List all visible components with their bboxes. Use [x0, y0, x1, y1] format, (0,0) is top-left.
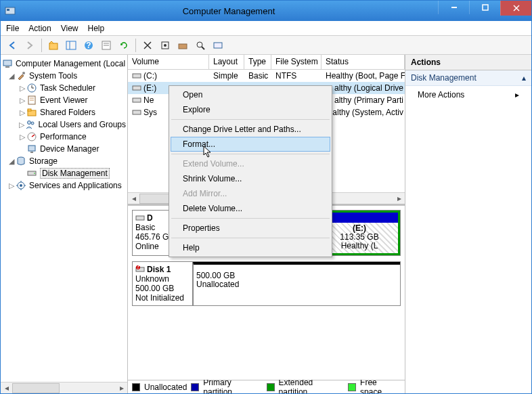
- tree-local-users[interactable]: Local Users and Groups: [39, 120, 126, 129]
- svg-point-17: [197, 42, 202, 47]
- col-layout[interactable]: Layout: [209, 55, 244, 69]
- col-filesystem[interactable]: File System: [271, 55, 322, 69]
- tree-root[interactable]: Computer Management (Local: [16, 59, 125, 68]
- tree-system-tools[interactable]: System Tools: [29, 71, 77, 81]
- svg-rect-1: [7, 9, 9, 11]
- col-volume[interactable]: Volume: [128, 55, 209, 69]
- tool-button-1[interactable]: [140, 38, 155, 53]
- legend-swatch-extended: [267, 383, 275, 391]
- ctx-explore[interactable]: Explore: [171, 102, 330, 117]
- svg-rect-7: [66, 41, 76, 49]
- ctx-change-letter[interactable]: Change Drive Letter and Paths...: [171, 122, 330, 137]
- users-icon: [25, 119, 36, 130]
- expand-icon[interactable]: ▷: [18, 121, 25, 129]
- storage-icon: [16, 156, 26, 167]
- svg-rect-19: [214, 43, 222, 48]
- refresh-button[interactable]: [116, 38, 131, 53]
- svg-rect-47: [133, 86, 141, 90]
- event-icon: [26, 95, 37, 106]
- col-type[interactable]: Type: [244, 55, 271, 69]
- svg-rect-6: [49, 43, 58, 49]
- tool-button-3[interactable]: [175, 38, 190, 53]
- menubar: File Action View Help: [1, 21, 531, 36]
- disk-icon: [135, 213, 145, 223]
- volume-row[interactable]: (C:) Simple Basic NTFS Healthy (Boot, Pa…: [128, 70, 405, 82]
- folder-icon: [26, 107, 37, 118]
- collapse-icon[interactable]: ◢: [7, 72, 16, 81]
- collapse-icon[interactable]: ◢: [7, 157, 16, 166]
- services-icon: [16, 180, 26, 191]
- legend: Unallocated Primary partition Extended p…: [128, 380, 405, 393]
- toolbar: ?: [1, 36, 531, 55]
- tree-shared-folders[interactable]: Shared Folders: [40, 108, 95, 117]
- expand-icon[interactable]: ▷: [18, 108, 26, 117]
- svg-point-22: [22, 72, 25, 74]
- tree-performance[interactable]: Performance: [40, 132, 87, 141]
- tree-device-manager[interactable]: Device Manager: [40, 144, 99, 154]
- ctx-open[interactable]: Open: [171, 87, 330, 102]
- drive-icon: [132, 83, 141, 93]
- actions-more[interactable]: More Actions▸: [405, 86, 531, 104]
- tool-button-4[interactable]: [193, 38, 208, 53]
- menu-view[interactable]: View: [61, 24, 79, 33]
- show-hide-tree-button[interactable]: [64, 38, 79, 53]
- svg-rect-21: [5, 66, 9, 68]
- tree-task-scheduler[interactable]: Task Scheduler: [40, 83, 95, 93]
- disk-info[interactable]: ?Disk 1 Unknown 500.00 GB Not Initialize…: [132, 261, 193, 306]
- svg-point-31: [27, 121, 30, 125]
- minimize-button[interactable]: [438, 1, 469, 14]
- expand-icon[interactable]: ▷: [18, 133, 26, 141]
- ctx-shrink[interactable]: Shrink Volume...: [171, 171, 330, 186]
- back-button[interactable]: [5, 38, 20, 53]
- computer-icon: [2, 58, 13, 69]
- scroll-right-icon[interactable]: ▸: [393, 193, 405, 204]
- actions-header: Actions: [405, 55, 531, 70]
- tool-button-5[interactable]: [210, 38, 225, 53]
- ctx-mirror: Add Mirror...: [171, 186, 330, 201]
- disk-row: ?Disk 1 Unknown 500.00 GB Not Initialize…: [132, 261, 401, 306]
- svg-rect-3: [483, 5, 488, 10]
- tree-event-viewer[interactable]: Event Viewer: [40, 95, 87, 105]
- tree-hscrollbar[interactable]: ◂ ▸: [1, 382, 127, 393]
- svg-rect-36: [30, 152, 33, 153]
- scroll-thumb[interactable]: [12, 383, 60, 393]
- expand-icon[interactable]: ▷: [7, 181, 16, 190]
- svg-text:?: ?: [136, 265, 141, 271]
- menu-help[interactable]: Help: [88, 24, 105, 33]
- help-button[interactable]: ?: [81, 38, 96, 53]
- ctx-delete[interactable]: Delete Volume...: [171, 201, 330, 216]
- ctx-format[interactable]: Format...: [171, 137, 330, 152]
- tree-disk-management[interactable]: Disk Management: [40, 168, 110, 179]
- partition-unallocated[interactable]: 500.00 GB Unallocated: [193, 262, 400, 305]
- svg-rect-30: [28, 109, 31, 111]
- svg-point-15: [164, 44, 167, 47]
- scroll-left-icon[interactable]: ◂: [128, 193, 139, 204]
- legend-swatch-primary: [191, 383, 199, 391]
- close-button[interactable]: [500, 1, 531, 16]
- svg-rect-20: [3, 60, 12, 66]
- ctx-help[interactable]: Help: [171, 240, 330, 255]
- ctx-extend: Extend Volume...: [171, 156, 330, 171]
- tree-services[interactable]: Services and Applications: [29, 181, 122, 190]
- properties-button[interactable]: [99, 38, 114, 53]
- forward-button[interactable]: [22, 38, 37, 53]
- scroll-right-icon[interactable]: ▸: [116, 382, 127, 394]
- menu-file[interactable]: File: [6, 24, 19, 33]
- expand-icon[interactable]: ▷: [18, 96, 26, 105]
- actions-section[interactable]: Disk Management▴: [405, 70, 531, 86]
- tool-button-2[interactable]: [158, 38, 173, 53]
- device-icon: [26, 144, 37, 154]
- tree-storage[interactable]: Storage: [29, 156, 58, 166]
- expand-icon[interactable]: ▷: [18, 84, 26, 93]
- up-button[interactable]: [46, 38, 61, 53]
- col-status[interactable]: Status: [322, 55, 405, 69]
- svg-point-32: [31, 122, 34, 125]
- volume-list-header: Volume Layout Type File System Status: [128, 55, 405, 70]
- menu-action[interactable]: Action: [28, 24, 51, 33]
- ctx-properties[interactable]: Properties: [171, 221, 330, 236]
- svg-rect-50: [136, 216, 144, 220]
- maximize-button[interactable]: [469, 1, 500, 14]
- scroll-left-icon[interactable]: ◂: [1, 382, 12, 394]
- tools-icon: [16, 70, 26, 81]
- clock-icon: [26, 83, 37, 93]
